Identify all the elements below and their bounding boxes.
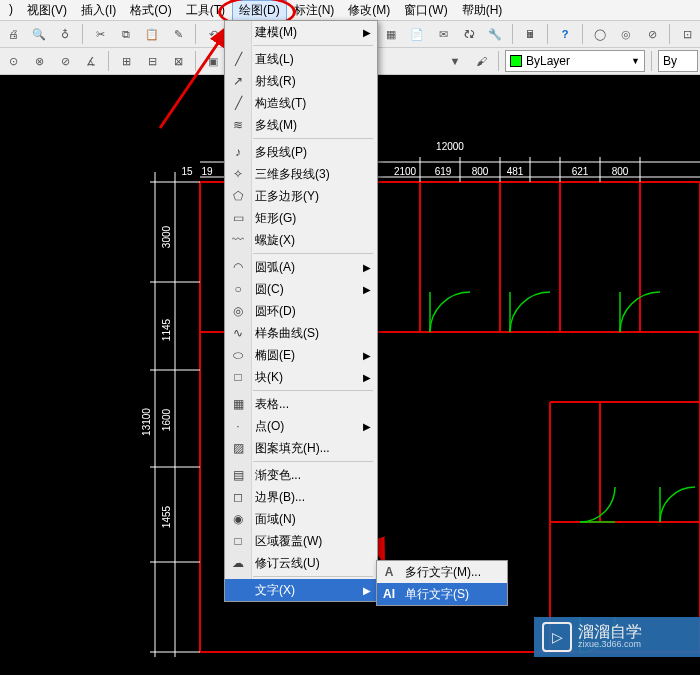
color-combo[interactable]: ByLayer▼ [505, 50, 645, 72]
menu-item[interactable]: ≋多线(M) [225, 114, 377, 136]
menu-item[interactable]: ◉面域(N) [225, 508, 377, 530]
menu-icon: ▤ [229, 466, 247, 484]
menu-item[interactable]: ⬠正多边形(Y) [225, 185, 377, 207]
menu-插入(I)[interactable]: 插入(I) [74, 0, 123, 21]
menu-)[interactable]: ) [2, 0, 20, 21]
menu-视图(V)[interactable]: 视图(V) [20, 0, 74, 21]
menu-icon: ▨ [229, 439, 247, 457]
menu-修改(M)[interactable]: 修改(M) [341, 0, 397, 21]
menu-item[interactable]: ▭矩形(G) [225, 207, 377, 229]
match-icon[interactable]: ✎ [167, 23, 189, 45]
brush-icon[interactable]: 🖌 [470, 50, 492, 72]
menu-item[interactable]: ○圆(C)▶ [225, 278, 377, 300]
toolbtn[interactable]: ◯ [589, 23, 611, 45]
submenu-item[interactable]: AI单行文字(S) [377, 583, 507, 605]
linetype-text: By [663, 54, 677, 68]
toolbtn[interactable]: ⊘ [641, 23, 663, 45]
menu-label: 图案填充(H)... [255, 440, 330, 457]
menu-icon: ↗ [229, 72, 247, 90]
toolbtn[interactable]: ♁ [54, 23, 76, 45]
dim-text: 619 [435, 166, 452, 177]
menu-item[interactable]: ▨图案填充(H)... [225, 437, 377, 459]
menu-icon: □ [229, 532, 247, 550]
menu-item[interactable]: □块(K)▶ [225, 366, 377, 388]
text-icon: AI [380, 585, 398, 603]
toolbtn[interactable]: ▼ [444, 50, 466, 72]
menu-item[interactable]: ☁修订云线(U) [225, 552, 377, 574]
toolbtn[interactable]: ⊡ [676, 23, 698, 45]
submenu-label: 单行文字(S) [405, 586, 469, 603]
menu-item[interactable]: ·点(O)▶ [225, 415, 377, 437]
calc-icon[interactable]: 🖩 [519, 23, 541, 45]
toolbtn[interactable]: ∡ [80, 50, 102, 72]
undo-icon[interactable]: ↶ [202, 23, 224, 45]
menu-绘图(D)[interactable]: 绘图(D) [232, 0, 287, 21]
toolbtn[interactable]: ⊘ [54, 50, 76, 72]
menu-帮助(H)[interactable]: 帮助(H) [455, 0, 510, 21]
chevron-right-icon: ▶ [363, 372, 371, 383]
menu-item[interactable]: 〰螺旋(X) [225, 229, 377, 251]
menu-icon: ○ [229, 280, 247, 298]
menu-item[interactable]: ◻边界(B)... [225, 486, 377, 508]
menu-item[interactable]: 文字(X)▶ [225, 579, 377, 601]
menu-icon: · [229, 417, 247, 435]
menu-icon: □ [229, 368, 247, 386]
toolbtn[interactable]: ▦ [380, 23, 402, 45]
toolbtn[interactable]: 🔧 [484, 23, 506, 45]
menu-item[interactable]: ⬭椭圆(E)▶ [225, 344, 377, 366]
toolbtn[interactable]: 🖨 [2, 23, 24, 45]
menu-label: 正多边形(Y) [255, 188, 319, 205]
submenu-item[interactable]: A多行文字(M)... [377, 561, 507, 583]
menu-label: 三维多段线(3) [255, 166, 330, 183]
cut-icon[interactable]: ✂ [89, 23, 111, 45]
menu-窗口(W)[interactable]: 窗口(W) [397, 0, 454, 21]
toolbtn[interactable]: 📄 [406, 23, 428, 45]
menu-工具(T)[interactable]: 工具(T) [179, 0, 232, 21]
submenu-label: 多行文字(M)... [405, 564, 481, 581]
menu-item[interactable]: □区域覆盖(W) [225, 530, 377, 552]
toolbtn[interactable]: 🔍 [28, 23, 50, 45]
menu-label: 面域(N) [255, 511, 296, 528]
menu-icon [229, 581, 247, 599]
menu-icon: ≋ [229, 116, 247, 134]
menu-label: 样条曲线(S) [255, 325, 319, 342]
toolbtn[interactable]: ⊟ [141, 50, 163, 72]
menu-item[interactable]: ╱构造线(T) [225, 92, 377, 114]
menu-item[interactable]: ◠圆弧(A)▶ [225, 256, 377, 278]
help-icon[interactable]: ? [554, 23, 576, 45]
menu-icon: ◎ [229, 302, 247, 320]
copy-icon[interactable]: ⧉ [115, 23, 137, 45]
dim-text: 1600 [161, 408, 172, 431]
menu-modeling[interactable]: 建模(M) ▶ [225, 21, 377, 43]
menu-item[interactable]: ╱直线(L) [225, 48, 377, 70]
menu-label: 构造线(T) [255, 95, 306, 112]
dim-text: 12000 [436, 141, 464, 152]
toolbtn[interactable]: ⊞ [115, 50, 137, 72]
linetype-combo[interactable]: By [658, 50, 698, 72]
watermark-url: zixue.3d66.com [578, 639, 642, 649]
menu-item[interactable]: ◎圆环(D) [225, 300, 377, 322]
chevron-right-icon: ▶ [363, 421, 371, 432]
menu-item[interactable]: ▤渐变色... [225, 464, 377, 486]
toolbtn[interactable]: ⊠ [167, 50, 189, 72]
menu-item[interactable]: ♪多段线(P) [225, 141, 377, 163]
menu-label: 块(K) [255, 369, 283, 386]
menu-格式(O)[interactable]: 格式(O) [123, 0, 178, 21]
menu-label: 表格... [255, 396, 289, 413]
toolbtn[interactable]: ⊙ [2, 50, 24, 72]
menu-item[interactable]: ▦表格... [225, 393, 377, 415]
menu-item[interactable]: ∿样条曲线(S) [225, 322, 377, 344]
toolbtn[interactable]: ✉ [432, 23, 454, 45]
menu-icon: ╱ [229, 94, 247, 112]
toolbtn[interactable]: ◎ [615, 23, 637, 45]
menu-icon: ╱ [229, 50, 247, 68]
modeling-icon [229, 23, 247, 41]
menu-标注(N)[interactable]: 标注(N) [287, 0, 342, 21]
toolbtn[interactable]: 🗘 [458, 23, 480, 45]
menu-item[interactable]: ✧三维多段线(3) [225, 163, 377, 185]
toolbtn[interactable]: ▣ [202, 50, 224, 72]
paste-icon[interactable]: 📋 [141, 23, 163, 45]
menu-label: 点(O) [255, 418, 284, 435]
menu-item[interactable]: ↗射线(R) [225, 70, 377, 92]
toolbtn[interactable]: ⊗ [28, 50, 50, 72]
